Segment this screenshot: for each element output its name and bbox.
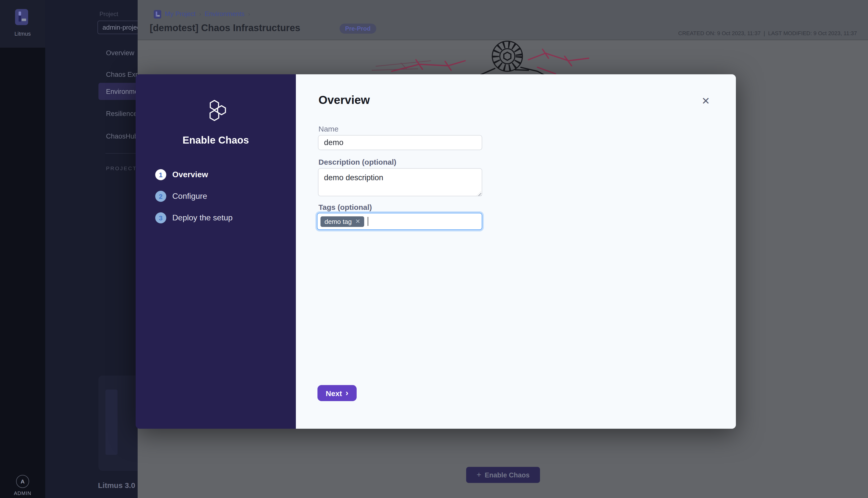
breadcrumb: My Project › Environments › <box>165 10 250 17</box>
sidebar-nav: Project admin-project › Overview Chaos E… <box>45 0 138 498</box>
step-label: Configure <box>172 192 207 201</box>
breadcrumb-project-icon <box>154 10 161 18</box>
app-stage: Litmus A ADMIN Project admin-project › O… <box>0 0 868 498</box>
sidebar-item-label: Overview <box>106 49 134 56</box>
meta-divider: | <box>764 30 765 36</box>
page-title: [demotest] Chaos Infrastructures <box>150 23 300 34</box>
description-textarea[interactable]: demo description <box>318 168 482 196</box>
wizard-title: Enable Chaos <box>135 134 296 146</box>
tags-field-label: Tags (optional) <box>319 203 372 211</box>
litmus-logo-icon[interactable] <box>15 9 28 25</box>
form-heading: Overview <box>319 93 370 107</box>
text-caret <box>368 217 368 226</box>
chaos-sketch-illustration <box>372 39 593 75</box>
step-label: Overview <box>172 170 208 179</box>
user-avatar[interactable]: A <box>16 475 29 488</box>
next-button[interactable]: Next › <box>318 385 357 401</box>
step-number-badge: 2 <box>155 191 166 202</box>
tag-chip-label: demo tag <box>324 218 352 225</box>
step-number-badge: 1 <box>155 169 166 180</box>
project-section-label: Project <box>100 11 118 17</box>
environment-type-badge: Pre-Prod <box>339 24 376 34</box>
enable-chaos-background-button[interactable]: + Enable Chaos <box>466 467 540 483</box>
rail-logo-block: Litmus <box>0 0 45 48</box>
name-field-label: Name <box>319 124 339 133</box>
step-label: Deploy the setup <box>172 213 233 222</box>
version-label: Litmus 3.0 <box>98 481 135 489</box>
page-meta: CREATED ON: 9 Oct 2023, 11:37 | LAST MOD… <box>678 30 857 36</box>
tags-input[interactable]: demo tag ✕ <box>317 213 482 230</box>
user-role-label: ADMIN <box>0 490 45 496</box>
name-input[interactable] <box>318 135 482 150</box>
last-modified-text: LAST MODIFIED: 9 Oct 2023, 11:37 <box>768 30 857 36</box>
next-button-label: Next <box>326 389 342 397</box>
tag-chip: demo tag ✕ <box>321 216 364 227</box>
breadcrumb-separator-icon: › <box>199 10 201 17</box>
breadcrumb-my-project[interactable]: My Project <box>165 10 196 17</box>
close-icon[interactable]: ✕ <box>700 95 711 106</box>
left-rail: Litmus A ADMIN <box>0 0 45 498</box>
remove-tag-icon[interactable]: ✕ <box>355 218 360 224</box>
description-field-label: Description (optional) <box>319 158 396 166</box>
plus-icon: + <box>477 471 481 479</box>
hexagons-icon <box>205 100 226 121</box>
wizard-step-overview[interactable]: 1 Overview <box>155 169 208 180</box>
logo-label: Litmus <box>0 31 45 37</box>
overview-form-panel: Overview ✕ Name Description (optional) d… <box>296 74 736 429</box>
enable-chaos-label: Enable Chaos <box>485 471 530 479</box>
wizard-step-deploy[interactable]: 3 Deploy the setup <box>155 212 233 223</box>
logo-bar-accent-shape <box>18 12 21 16</box>
chevron-right-icon: › <box>346 389 348 397</box>
enable-chaos-modal: Enable Chaos 1 Overview 2 Configure 3 De… <box>135 74 736 429</box>
wizard-step-configure[interactable]: 2 Configure <box>155 191 207 202</box>
breadcrumb-icon-foot <box>157 15 160 16</box>
breadcrumb-environments[interactable]: Environments <box>205 10 245 17</box>
project-name: admin-project <box>103 24 142 31</box>
wizard-panel: Enable Chaos 1 Overview 2 Configure 3 De… <box>135 74 296 429</box>
promo-card-graphic <box>105 390 118 455</box>
step-number-badge: 3 <box>155 212 166 223</box>
created-on-text: CREATED ON: 9 Oct 2023, 11:37 <box>678 30 761 36</box>
logo-foot-shape <box>22 18 26 21</box>
breadcrumb-separator-icon: › <box>248 10 250 17</box>
